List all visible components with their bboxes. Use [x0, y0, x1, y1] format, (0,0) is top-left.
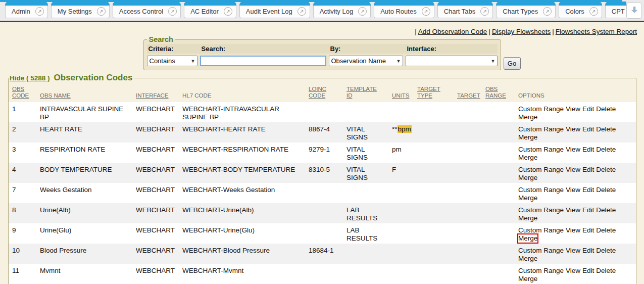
option-custom-range[interactable]: Custom Range — [518, 166, 564, 174]
search-input[interactable] — [200, 56, 326, 66]
column-header-label-obs-name[interactable]: OBS NAME — [40, 92, 71, 99]
option-merge[interactable]: Merge — [518, 174, 537, 182]
option-delete[interactable]: Delete — [596, 105, 616, 113]
cell-interface: WEBCHART — [136, 163, 182, 183]
hide-count-link[interactable]: Hide ( 5288 ) — [10, 74, 50, 82]
option-delete[interactable]: Delete — [596, 206, 616, 214]
tab-colors[interactable]: Colors↗ — [559, 2, 602, 18]
option-merge[interactable]: Merge — [518, 194, 537, 202]
add-observation-code-link[interactable]: Add Observation Code — [418, 28, 487, 35]
option-edit[interactable]: Edit — [582, 105, 594, 113]
tab-cpt-codes[interactable]: CPT Codes↗ — [605, 2, 626, 18]
option-delete[interactable]: Delete — [596, 247, 616, 255]
option-view[interactable]: View — [566, 125, 580, 133]
interface-select[interactable]: ▼ — [406, 56, 498, 66]
open-in-new-window-icon[interactable]: ↗ — [224, 7, 232, 16]
open-in-new-window-icon[interactable]: ↗ — [422, 7, 430, 16]
tab-accent-cap — [437, 2, 493, 6]
option-merge[interactable]: Merge — [518, 275, 537, 283]
column-header-label-interface[interactable]: INTERFACE — [136, 92, 169, 99]
option-edit[interactable]: Edit — [582, 186, 594, 194]
tab-admin[interactable]: Admin↗ — [5, 2, 48, 18]
option-merge-highlighted[interactable]: Merge — [518, 234, 537, 243]
observation-codes-table: OBS CODEOBS NAMEINTERFACEHL7 CODELOINC C… — [9, 83, 636, 284]
option-custom-range[interactable]: Custom Range — [518, 206, 564, 214]
option-edit[interactable]: Edit — [582, 125, 594, 133]
open-in-new-window-icon[interactable]: ↗ — [35, 7, 44, 16]
option-delete[interactable]: Delete — [596, 267, 616, 275]
cell-target-type — [417, 203, 457, 223]
tab-ac-editor[interactable]: AC Editor↗ — [184, 2, 236, 18]
open-in-new-window-icon[interactable]: ↗ — [543, 7, 552, 16]
option-custom-range[interactable]: Custom Range — [518, 125, 564, 133]
header-action-links: |Add Observation Code|Display Flowsheets… — [0, 22, 644, 35]
column-header-label-loinc-code[interactable]: LOINC CODE — [309, 86, 326, 99]
tab-chart-tabs[interactable]: Chart Tabs↗ — [437, 2, 493, 18]
option-custom-range[interactable]: Custom Range — [518, 267, 564, 275]
option-custom-range[interactable]: Custom Range — [518, 146, 564, 154]
go-button[interactable]: Go — [504, 57, 521, 70]
cell-target — [457, 223, 485, 244]
option-edit[interactable]: Edit — [582, 166, 594, 174]
option-merge[interactable]: Merge — [518, 113, 537, 121]
flowsheets-system-report-link[interactable]: Flowsheets System Report — [556, 28, 637, 35]
column-header-label-obs-range[interactable]: OBS RANGE — [485, 86, 506, 99]
tab-auto-routes[interactable]: Auto Routes↗ — [374, 2, 434, 18]
table-header-row: OBS CODEOBS NAMEINTERFACEHL7 CODELOINC C… — [9, 83, 636, 102]
open-in-new-window-icon[interactable]: ↗ — [298, 7, 306, 16]
column-header-label-units[interactable]: UNITS — [392, 92, 410, 99]
option-merge[interactable]: Merge — [518, 255, 537, 263]
option-custom-range[interactable]: Custom Range — [518, 226, 564, 234]
open-in-new-window-icon[interactable]: ↗ — [97, 7, 106, 16]
option-view[interactable]: View — [566, 105, 580, 113]
table-row: 10Blood PressureWEBCHARTWEBCHART-Blood P… — [9, 244, 636, 264]
tab-overflow-button[interactable] — [626, 3, 642, 19]
cell-interface: WEBCHART — [136, 203, 182, 223]
option-view[interactable]: View — [566, 166, 580, 174]
option-custom-range[interactable]: Custom Range — [518, 247, 564, 255]
column-header-label-template-id[interactable]: TEMPLATE ID — [346, 86, 377, 99]
option-view[interactable]: View — [566, 226, 580, 234]
column-header-label-target[interactable]: TARGET — [457, 92, 480, 99]
option-edit[interactable]: Edit — [582, 267, 594, 275]
open-in-new-window-icon[interactable]: ↗ — [480, 7, 489, 16]
open-in-new-window-icon[interactable]: ↗ — [358, 7, 367, 16]
cell-hl7-code: WEBCHART-INTRAVASCULAR SUPINE BP — [182, 102, 309, 122]
open-in-new-window-icon[interactable]: ↗ — [589, 7, 598, 16]
column-header-label-obs-code[interactable]: OBS CODE — [12, 86, 29, 99]
option-edit[interactable]: Edit — [582, 146, 594, 154]
open-in-new-window-icon[interactable]: ↗ — [168, 7, 177, 16]
option-delete[interactable]: Delete — [596, 186, 616, 194]
tab-activity-log[interactable]: Activity Log↗ — [313, 2, 371, 18]
option-edit[interactable]: Edit — [582, 206, 594, 214]
option-custom-range[interactable]: Custom Range — [518, 186, 564, 194]
column-header-label-options: OPTIONS — [518, 92, 544, 99]
option-delete[interactable]: Delete — [596, 146, 616, 154]
interface-label: Interface: — [406, 45, 498, 53]
cell-target-type — [417, 143, 457, 163]
tab-access-control[interactable]: Access Control↗ — [113, 2, 181, 18]
option-view[interactable]: View — [566, 247, 580, 255]
column-header-label-target-type[interactable]: TARGET TYPE — [417, 86, 440, 99]
option-view[interactable]: View — [566, 186, 580, 194]
option-view[interactable]: View — [566, 267, 580, 275]
option-merge[interactable]: Merge — [518, 133, 537, 141]
display-flowsheets-link[interactable]: Display Flowsheets — [492, 28, 551, 35]
criteria-select[interactable]: Contains ▼ — [147, 56, 197, 66]
by-select[interactable]: Observation Name ▼ — [329, 56, 403, 66]
option-view[interactable]: View — [566, 206, 580, 214]
option-edit[interactable]: Edit — [582, 226, 594, 234]
tab-audit-event-log[interactable]: Audit Event Log↗ — [239, 2, 310, 18]
option-view[interactable]: View — [566, 146, 580, 154]
option-edit[interactable]: Edit — [582, 247, 594, 255]
option-custom-range[interactable]: Custom Range — [518, 105, 564, 113]
tab-my-settings[interactable]: My Settings↗ — [51, 2, 110, 18]
option-delete[interactable]: Delete — [596, 166, 616, 174]
option-delete[interactable]: Delete — [596, 125, 616, 133]
option-merge[interactable]: Merge — [518, 154, 537, 162]
tab-chart-types[interactable]: Chart Types↗ — [496, 2, 556, 18]
cell-template-id: VITAL SIGNS — [346, 143, 392, 163]
table-row: 11MvmntWEBCHARTWEBCHART-MvmntCustom Rang… — [9, 264, 636, 284]
option-merge[interactable]: Merge — [518, 214, 537, 222]
option-delete[interactable]: Delete — [596, 226, 616, 234]
